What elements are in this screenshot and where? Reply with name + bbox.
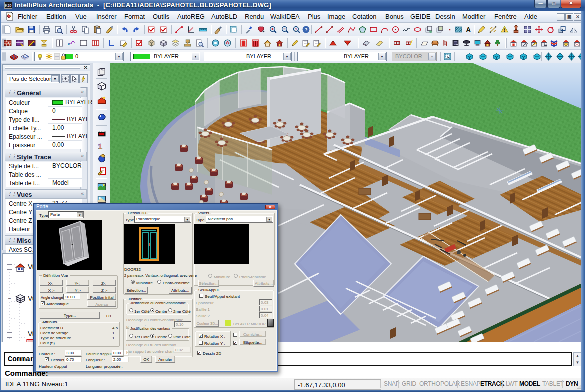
svg-text:?: ? [295,28,297,32]
svg-text:A: A [466,26,471,34]
svg-text:?: ? [305,27,308,32]
svg-text:1: 1 [98,142,102,150]
